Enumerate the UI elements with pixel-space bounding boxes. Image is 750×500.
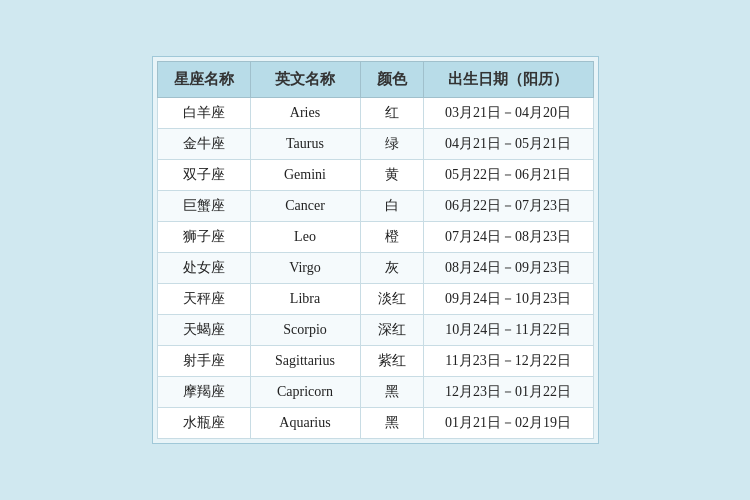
table-row: 天蝎座Scorpio深红10月24日－11月22日 — [157, 315, 593, 346]
cell-date: 12月23日－01月22日 — [423, 377, 593, 408]
cell-english: Sagittarius — [250, 346, 360, 377]
cell-chinese: 射手座 — [157, 346, 250, 377]
cell-date: 08月24日－09月23日 — [423, 253, 593, 284]
table-row: 双子座Gemini黄05月22日－06月21日 — [157, 160, 593, 191]
table-row: 处女座Virgo灰08月24日－09月23日 — [157, 253, 593, 284]
table-header-row: 星座名称 英文名称 颜色 出生日期（阳历） — [157, 62, 593, 98]
cell-color: 橙 — [360, 222, 423, 253]
cell-color: 白 — [360, 191, 423, 222]
cell-color: 黄 — [360, 160, 423, 191]
cell-english: Taurus — [250, 129, 360, 160]
cell-chinese: 狮子座 — [157, 222, 250, 253]
cell-chinese: 天蝎座 — [157, 315, 250, 346]
cell-chinese: 白羊座 — [157, 98, 250, 129]
cell-date: 03月21日－04月20日 — [423, 98, 593, 129]
table-row: 射手座Sagittarius紫红11月23日－12月22日 — [157, 346, 593, 377]
cell-chinese: 天秤座 — [157, 284, 250, 315]
cell-english: Leo — [250, 222, 360, 253]
cell-chinese: 处女座 — [157, 253, 250, 284]
cell-date: 06月22日－07月23日 — [423, 191, 593, 222]
cell-color: 绿 — [360, 129, 423, 160]
cell-color: 黑 — [360, 377, 423, 408]
cell-chinese: 水瓶座 — [157, 408, 250, 439]
table-row: 摩羯座Capricorn黑12月23日－01月22日 — [157, 377, 593, 408]
zodiac-table: 星座名称 英文名称 颜色 出生日期（阳历） 白羊座Aries红03月21日－04… — [157, 61, 594, 439]
table-row: 天秤座Libra淡红09月24日－10月23日 — [157, 284, 593, 315]
cell-date: 04月21日－05月21日 — [423, 129, 593, 160]
cell-english: Capricorn — [250, 377, 360, 408]
table-row: 水瓶座Aquarius黑01月21日－02月19日 — [157, 408, 593, 439]
cell-date: 07月24日－08月23日 — [423, 222, 593, 253]
header-chinese: 星座名称 — [157, 62, 250, 98]
table-row: 狮子座Leo橙07月24日－08月23日 — [157, 222, 593, 253]
cell-chinese: 摩羯座 — [157, 377, 250, 408]
cell-chinese: 双子座 — [157, 160, 250, 191]
table-row: 金牛座Taurus绿04月21日－05月21日 — [157, 129, 593, 160]
cell-date: 10月24日－11月22日 — [423, 315, 593, 346]
cell-color: 紫红 — [360, 346, 423, 377]
table-row: 白羊座Aries红03月21日－04月20日 — [157, 98, 593, 129]
cell-chinese: 巨蟹座 — [157, 191, 250, 222]
cell-date: 11月23日－12月22日 — [423, 346, 593, 377]
cell-date: 09月24日－10月23日 — [423, 284, 593, 315]
header-english: 英文名称 — [250, 62, 360, 98]
header-color: 颜色 — [360, 62, 423, 98]
table-row: 巨蟹座Cancer白06月22日－07月23日 — [157, 191, 593, 222]
cell-english: Aquarius — [250, 408, 360, 439]
cell-date: 05月22日－06月21日 — [423, 160, 593, 191]
cell-english: Gemini — [250, 160, 360, 191]
cell-chinese: 金牛座 — [157, 129, 250, 160]
cell-color: 灰 — [360, 253, 423, 284]
cell-english: Libra — [250, 284, 360, 315]
cell-date: 01月21日－02月19日 — [423, 408, 593, 439]
zodiac-table-container: 星座名称 英文名称 颜色 出生日期（阳历） 白羊座Aries红03月21日－04… — [152, 56, 599, 444]
cell-color: 深红 — [360, 315, 423, 346]
cell-color: 红 — [360, 98, 423, 129]
cell-color: 黑 — [360, 408, 423, 439]
cell-english: Virgo — [250, 253, 360, 284]
cell-color: 淡红 — [360, 284, 423, 315]
cell-english: Scorpio — [250, 315, 360, 346]
header-date: 出生日期（阳历） — [423, 62, 593, 98]
cell-english: Aries — [250, 98, 360, 129]
cell-english: Cancer — [250, 191, 360, 222]
